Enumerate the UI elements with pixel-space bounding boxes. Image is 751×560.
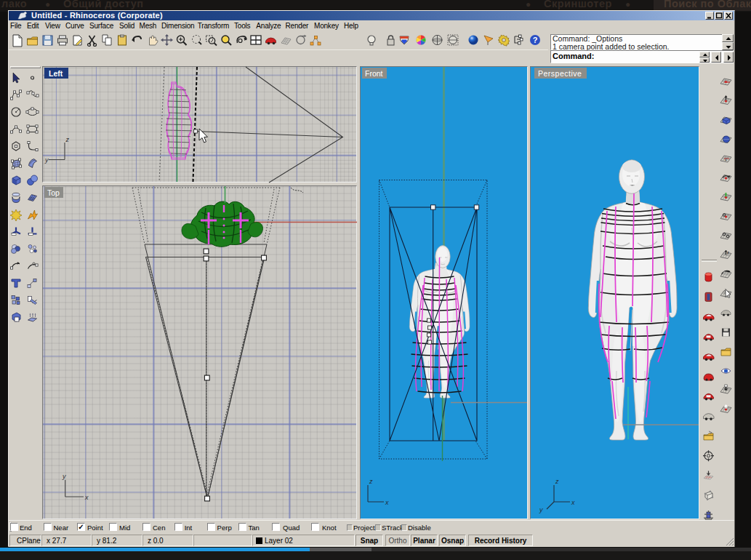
svg-text:z: z (555, 478, 559, 485)
svg-text:x: x (84, 494, 89, 501)
svg-text:y: y (62, 473, 66, 480)
svg-text:y: y (539, 506, 543, 513)
svg-text:x: x (385, 499, 389, 506)
svg-text:z: z (369, 478, 373, 485)
svg-text:z: z (65, 136, 70, 143)
svg-text:?: ? (533, 36, 538, 44)
svg-text:c: c (725, 157, 727, 161)
svg-text:z: z (727, 250, 729, 255)
svg-text:y: y (44, 156, 49, 164)
svg-text:x: x (571, 499, 575, 506)
